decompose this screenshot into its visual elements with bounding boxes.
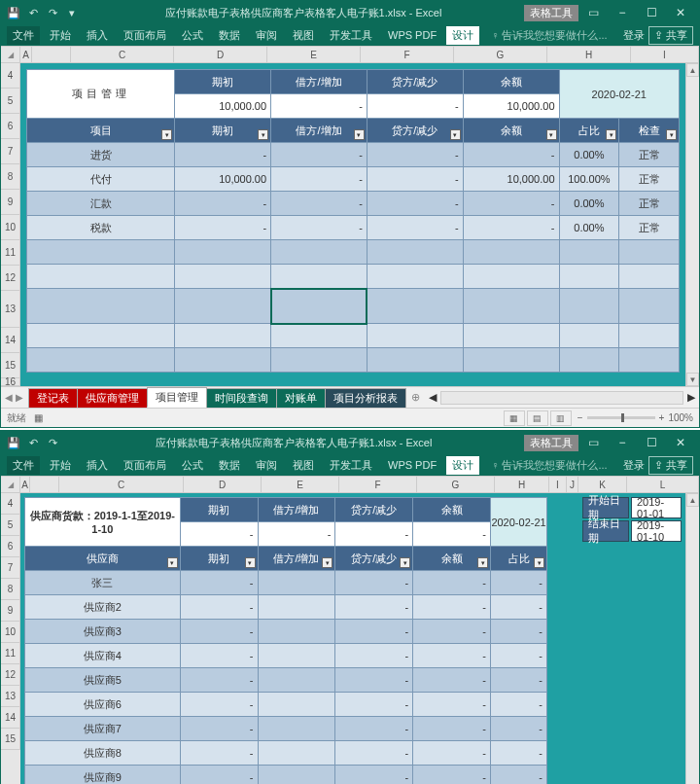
sum-val[interactable]: - — [335, 522, 413, 547]
macro-icon[interactable]: ▦ — [34, 412, 43, 423]
cell[interactable]: - — [491, 644, 547, 668]
stab[interactable]: 对账单 — [276, 388, 326, 408]
cell[interactable] — [258, 717, 335, 741]
colh-D[interactable]: D — [174, 47, 267, 62]
cell[interactable] — [258, 741, 335, 766]
minimize-icon[interactable]: − — [608, 3, 637, 22]
cell[interactable] — [271, 348, 368, 373]
end-date-value[interactable]: 2019-01-10 — [631, 520, 682, 542]
colh-I[interactable]: I — [549, 477, 567, 492]
cell[interactable] — [258, 693, 335, 717]
tab-design[interactable]: 设计 — [446, 456, 479, 475]
rowh[interactable]: 7 — [1, 139, 20, 164]
cell[interactable]: - — [180, 741, 258, 766]
maximize-icon[interactable]: ☐ — [637, 3, 666, 22]
cell[interactable] — [27, 240, 175, 265]
cell[interactable]: - — [180, 595, 258, 620]
cell[interactable]: - — [271, 216, 368, 240]
worksheet-area[interactable]: 项目管理 期初 借方/增加 贷方/减少 余额 2020-02-21 10,000… — [20, 63, 685, 386]
cell[interactable] — [27, 324, 175, 348]
rowh[interactable]: 12 — [1, 664, 20, 686]
share-button[interactable]: ⇪共享 — [648, 26, 693, 45]
colh-H[interactable]: H — [547, 47, 631, 62]
tab-wps[interactable]: WPS PDF — [382, 27, 442, 43]
cell[interactable]: - — [180, 766, 258, 785]
cell[interactable] — [258, 668, 335, 693]
colh-K[interactable]: K — [578, 477, 627, 492]
minimize-icon[interactable]: − — [608, 433, 637, 452]
cell[interactable]: 供应商4 — [25, 644, 181, 668]
cell[interactable]: - — [413, 693, 491, 717]
cell[interactable]: 供应商2 — [25, 595, 181, 620]
rowh[interactable]: 5 — [1, 89, 20, 114]
cell[interactable]: 正常 — [619, 167, 680, 192]
cell[interactable]: - — [413, 766, 491, 785]
rowh[interactable]: 6 — [1, 114, 20, 139]
cell[interactable] — [258, 571, 335, 595]
cell[interactable] — [175, 240, 271, 265]
cell[interactable]: 0.00% — [559, 216, 619, 240]
zoom-control[interactable]: −+100% — [578, 412, 693, 423]
cell[interactable]: - — [413, 668, 491, 693]
sum-val[interactable]: 10,000.00 — [463, 94, 559, 119]
col-hdr[interactable]: 占比▾ — [491, 547, 547, 571]
cell[interactable]: - — [180, 717, 258, 741]
tab-file[interactable]: 文件 — [7, 456, 40, 475]
view-layout-icon[interactable]: ▤ — [527, 410, 548, 426]
rowh[interactable]: 16 — [1, 378, 20, 386]
cell[interactable]: 供应商9 — [25, 766, 181, 785]
cell[interactable]: - — [335, 693, 413, 717]
cell[interactable]: - — [271, 143, 368, 167]
cell[interactable]: 汇款 — [27, 192, 175, 216]
col-hdr[interactable]: 余额▾ — [463, 119, 559, 143]
filter-icon[interactable]: ▾ — [258, 129, 268, 140]
cell[interactable]: - — [367, 167, 463, 192]
login-link[interactable]: 登录 — [623, 28, 645, 43]
cell[interactable]: - — [335, 595, 413, 620]
col-hdr[interactable]: 期初▾ — [175, 119, 271, 143]
ribbon-opts-icon[interactable]: ▭ — [578, 433, 608, 452]
cell[interactable]: - — [413, 571, 491, 595]
cell[interactable]: 供应商7 — [25, 717, 181, 741]
filter-icon[interactable]: ▾ — [322, 557, 332, 568]
cell[interactable] — [619, 324, 680, 348]
rowh[interactable]: 11 — [1, 643, 20, 664]
cell[interactable]: 100.00% — [559, 167, 619, 192]
cell[interactable]: - — [175, 143, 271, 167]
sum-val[interactable]: - — [180, 522, 258, 547]
cell[interactable]: 10,000.00 — [175, 167, 271, 192]
cell[interactable]: 供应商3 — [25, 620, 181, 644]
cell[interactable]: 代付 — [27, 167, 175, 192]
sum-val[interactable]: - — [258, 522, 335, 547]
tab-design[interactable]: 设计 — [446, 26, 479, 45]
colh-A[interactable]: A — [20, 477, 30, 492]
filter-icon[interactable]: ▾ — [666, 129, 677, 140]
cell[interactable]: - — [367, 216, 463, 240]
cell[interactable] — [258, 620, 335, 644]
cell[interactable]: - — [180, 644, 258, 668]
stab[interactable]: 供应商管理 — [77, 388, 148, 408]
cell[interactable] — [559, 324, 619, 348]
filter-icon[interactable]: ▾ — [534, 557, 544, 568]
worksheet-area[interactable]: 供应商货款：2019-1-1至2019-1-10 期初 借方/增加 贷方/减少 … — [20, 493, 551, 784]
cell[interactable]: - — [180, 620, 258, 644]
cell[interactable] — [619, 265, 680, 289]
tab-layout[interactable]: 页面布局 — [118, 456, 172, 475]
cell[interactable] — [27, 348, 175, 373]
sum-val[interactable]: - — [367, 94, 463, 119]
redo-icon[interactable]: ↷ — [44, 434, 61, 451]
view-normal-icon[interactable]: ▦ — [504, 410, 525, 426]
colh-L[interactable]: L — [627, 477, 699, 492]
tell-me[interactable]: ♀ 告诉我您想要做什么... — [491, 458, 607, 473]
col-hdr[interactable]: 贷方/减少▾ — [335, 547, 413, 571]
cell[interactable] — [463, 265, 559, 289]
colh-I[interactable]: I — [631, 47, 699, 62]
cell[interactable]: - — [175, 216, 271, 240]
tab-view[interactable]: 视图 — [287, 456, 320, 475]
cell[interactable]: - — [463, 192, 559, 216]
rowh[interactable]: 13 — [1, 686, 20, 707]
rowh[interactable]: 7 — [1, 557, 20, 579]
vscrollbar[interactable]: ▲▼ — [685, 63, 699, 386]
tab-formula[interactable]: 公式 — [176, 26, 209, 45]
col-hdr[interactable]: 借方/增加▾ — [271, 119, 368, 143]
